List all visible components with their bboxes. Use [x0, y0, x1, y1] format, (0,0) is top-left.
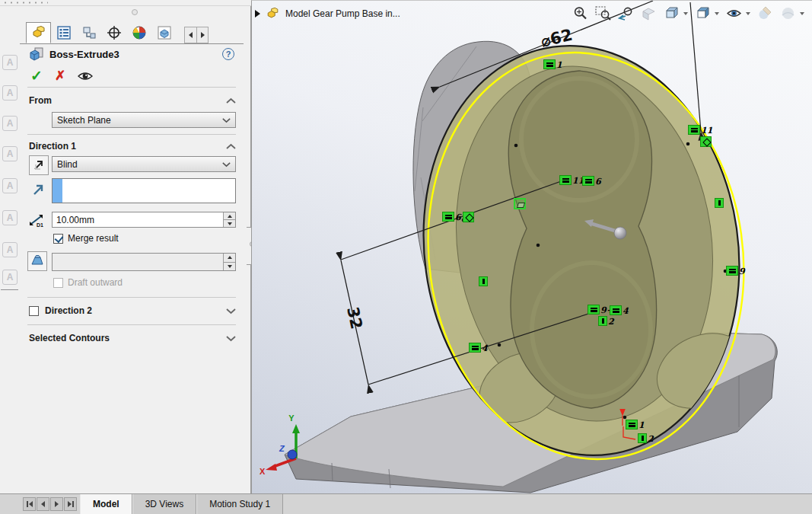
graphics-viewport[interactable]: ⌀62 32 Y X Z — [251, 0, 812, 493]
merge-result-row[interactable]: Merge result — [53, 233, 119, 244]
preview-eye-button[interactable] — [78, 71, 93, 81]
left-arrow-icon — [29, 501, 33, 507]
relation-badge[interactable]: 1 — [626, 420, 645, 429]
depth-spinner[interactable] — [223, 212, 235, 227]
relation-badge[interactable]: 2 — [598, 316, 614, 326]
equal-relation-icon — [559, 175, 572, 185]
add-annotation-icon[interactable] — [2, 146, 18, 161]
reverse-arrows-icon — [32, 158, 46, 172]
triad-z-label: Z — [279, 444, 285, 453]
tab-display-manager[interactable] — [126, 22, 151, 43]
chain-icon[interactable] — [2, 270, 18, 285]
relation-badge[interactable] — [463, 212, 475, 222]
tab-configuration-manager[interactable] — [76, 22, 101, 43]
relation-badge[interactable]: 4 — [610, 305, 629, 315]
pm-actions: ✓ ✗ — [30, 67, 93, 85]
previous-view-button[interactable] — [618, 5, 634, 21]
tab-scroll-right-button[interactable] — [196, 27, 208, 43]
model-scene[interactable]: ⌀62 32 Y X Z — [252, 1, 812, 494]
breadcrumb[interactable]: Model Gear Pump Base in... — [255, 7, 400, 21]
tab-3d-views[interactable]: 3D Views — [132, 494, 196, 514]
vertical-relation-icon — [479, 276, 488, 286]
chevron-down-icon[interactable] — [226, 331, 236, 345]
chevron-down-icon[interactable] — [683, 12, 688, 15]
left-arrow-icon — [41, 501, 45, 507]
drag-handle[interactable] — [2, 2, 48, 4]
from-header: From — [29, 95, 52, 106]
balloon-icon[interactable] — [2, 178, 18, 193]
end-condition-select[interactable]: Blind — [52, 156, 236, 172]
tab-pane-manager[interactable] — [151, 22, 177, 43]
note-icon[interactable] — [2, 55, 18, 70]
section-direction2[interactable]: Direction 2 — [29, 305, 236, 317]
display-style-button[interactable] — [695, 5, 711, 21]
relation-badge[interactable]: 9 — [726, 266, 745, 276]
section-from[interactable]: From — [29, 94, 236, 107]
help-button[interactable]: ? — [222, 48, 234, 60]
divider — [27, 87, 236, 88]
spin-up-icon — [228, 215, 232, 218]
from-plane-select[interactable]: Sketch Plane — [52, 112, 236, 128]
tab-feature-manager[interactable] — [26, 22, 51, 43]
relation-badge[interactable]: 6 — [442, 212, 461, 222]
draft-outward-row: Draft outward — [53, 277, 123, 288]
depth-input[interactable]: 10.00mm — [52, 212, 236, 228]
ok-button[interactable]: ✓ — [30, 67, 43, 85]
tab-property-manager[interactable] — [51, 22, 76, 43]
chevron-down-icon — [222, 159, 231, 170]
section-direction1[interactable]: Direction 1 — [29, 140, 236, 152]
relation-badge[interactable]: 6 — [582, 176, 601, 186]
relation-badge[interactable]: 4 — [469, 343, 488, 353]
relation-badge[interactable]: 11 — [559, 175, 584, 185]
chevron-up-icon[interactable] — [226, 139, 236, 153]
chevron-down-icon[interactable] — [226, 304, 236, 318]
flyout-arrow-icon[interactable] — [255, 10, 260, 18]
apply-scene-button — [780, 5, 796, 21]
equal-relation-icon — [442, 212, 454, 222]
relation-badge[interactable]: 1 — [543, 59, 562, 69]
view-orientation-button[interactable] — [664, 5, 680, 21]
reverse-direction-button[interactable] — [29, 155, 49, 175]
hide-show-items-button[interactable] — [726, 5, 742, 21]
tab-motion-study[interactable]: Motion Study 1 — [196, 494, 283, 514]
area-hatch-icon[interactable] — [2, 242, 18, 257]
vertical-relation-icon — [715, 198, 724, 208]
direction-reference-selection[interactable] — [52, 178, 236, 203]
draft-button[interactable] — [27, 251, 47, 271]
direction2-checkbox[interactable] — [29, 306, 39, 316]
cancel-button[interactable]: ✗ — [55, 68, 65, 84]
relation-badge[interactable] — [715, 198, 724, 208]
chevron-up-icon[interactable] — [226, 94, 236, 107]
right-arrow-icon — [68, 501, 72, 507]
chevron-down-icon[interactable] — [800, 12, 804, 15]
relation-badge[interactable] — [514, 198, 527, 209]
first-tab-button[interactable] — [23, 497, 36, 511]
relation-count: 6 — [455, 213, 461, 222]
relation-badge[interactable] — [479, 276, 489, 286]
chevron-down-icon[interactable] — [746, 12, 750, 15]
chevron-down-icon[interactable] — [715, 12, 719, 15]
panel-grip[interactable] — [132, 9, 138, 15]
edit-annotation-icon[interactable] — [2, 85, 18, 101]
draft-outward-label: Draft outward — [68, 277, 123, 288]
relation-badge[interactable] — [700, 136, 712, 147]
zoom-area-button[interactable] — [595, 5, 611, 21]
datum-icon[interactable] — [2, 210, 18, 225]
zoom-fit-button[interactable] — [572, 5, 588, 21]
tab-label: Model — [93, 499, 119, 509]
relation-badge[interactable]: 2 — [638, 433, 654, 443]
tab-dimxpert[interactable] — [101, 22, 126, 43]
tab-scroll-left-button[interactable] — [185, 27, 196, 43]
next-tab-button[interactable] — [50, 497, 63, 511]
leader-note-icon[interactable] — [2, 116, 18, 131]
relation-badge[interactable]: 11 — [688, 125, 712, 135]
tab-model[interactable]: Model — [80, 494, 132, 514]
heads-up-toolbar — [572, 5, 804, 21]
previous-tab-button[interactable] — [37, 497, 49, 511]
linear-dim-text[interactable]: 32 — [343, 305, 366, 331]
last-tab-button[interactable] — [64, 497, 77, 511]
relation-count: 9 — [739, 267, 745, 276]
merge-result-checkbox[interactable] — [53, 234, 63, 244]
section-selected-contours[interactable]: Selected Contours — [29, 332, 236, 344]
triad-x-label: X — [260, 467, 266, 476]
